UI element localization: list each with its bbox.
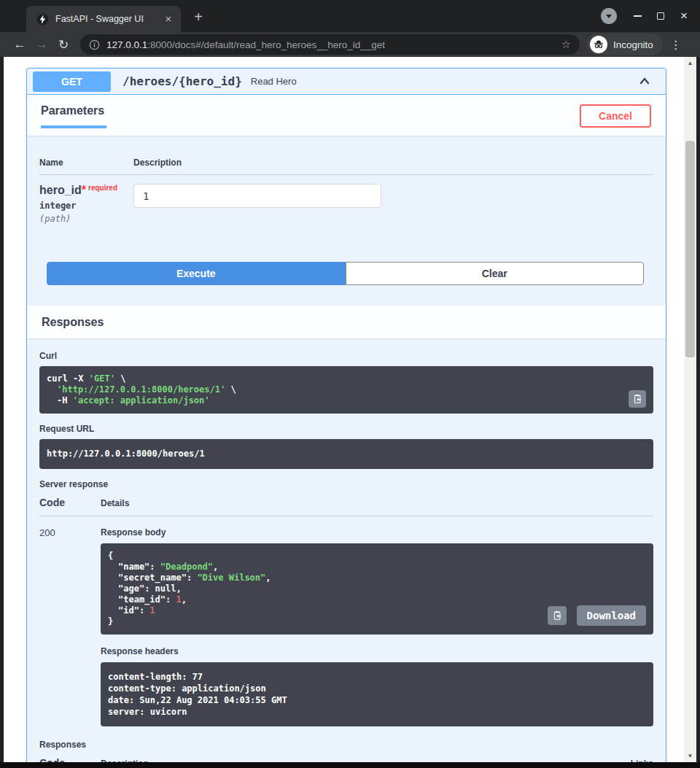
tab-close-icon[interactable]: ×: [162, 12, 175, 26]
hero-id-input[interactable]: [133, 184, 381, 208]
scrollbar[interactable]: ▲ ▼: [684, 57, 696, 762]
col-header-details: Details: [101, 498, 653, 516]
parameter-location: (path): [39, 214, 133, 224]
documented-responses-label: Responses: [39, 740, 653, 750]
copy-response-button[interactable]: [548, 606, 567, 625]
parameter-name-cell: hero_id*required integer (path): [39, 175, 133, 224]
back-button[interactable]: ←: [9, 37, 31, 52]
request-url-block: http://127.0.0.1:8000/heroes/1: [39, 439, 653, 469]
http-method-badge: GET: [33, 71, 111, 92]
url-host: 127.0.0.1: [106, 39, 147, 50]
server-response-label: Server response: [39, 479, 653, 489]
window-controls: ×: [601, 0, 696, 32]
tab-parameters[interactable]: Parameters: [41, 104, 106, 128]
response-headers-label: Response headers: [101, 646, 653, 656]
response-details-cell: Response body { "name": "Deadpond", "sec…: [101, 516, 653, 726]
minimize-icon: [634, 15, 642, 17]
response-body-actions: Download: [548, 605, 646, 626]
site-info-icon[interactable]: [89, 39, 100, 50]
maximize-icon: [657, 12, 664, 20]
tab-title: FastAPI - Swagger UI: [55, 14, 162, 24]
cancel-button[interactable]: Cancel: [580, 104, 651, 128]
col-header-name: Name: [39, 158, 133, 175]
incognito-icon: [590, 36, 607, 53]
reload-button[interactable]: ↻: [52, 37, 74, 53]
new-tab-button[interactable]: +: [188, 7, 209, 28]
clear-button[interactable]: Clear: [346, 262, 645, 285]
curl-code-block: curl -X 'GET' \ 'http://127.0.0.1:8000/h…: [39, 366, 653, 414]
parameter-name: hero_id*required: [39, 184, 133, 197]
swagger-ui: GET /heroes/{hero_id} Read Hero Paramete…: [26, 68, 666, 762]
request-url-value: http://127.0.0.1:8000/heroes/1: [47, 449, 646, 459]
download-button[interactable]: Download: [577, 605, 646, 626]
opblock-get-hero: GET /heroes/{hero_id} Read Hero Paramete…: [26, 68, 666, 762]
status-code: 200: [39, 516, 101, 726]
desktop: { "icons": { "tab_close": "×", "new_tab"…: [0, 0, 700, 768]
parameters-header: Parameters Cancel: [27, 95, 666, 136]
forward-button[interactable]: →: [31, 37, 52, 52]
endpoint-summary: Read Hero: [251, 76, 297, 87]
documented-responses-table: Code Description Links 200 No links: [39, 757, 653, 762]
collapse-chevron-up-icon[interactable]: [638, 75, 651, 88]
col-header-code2: Code: [39, 757, 101, 762]
response-body-label: Response body: [101, 527, 653, 538]
col-header-code: Code: [39, 497, 101, 516]
parameter-value-cell: [133, 175, 653, 224]
browser-titlebar: FastAPI - Swagger UI × + ×: [0, 0, 700, 32]
response-headers-block: content-length: 77 content-type: applica…: [101, 662, 653, 726]
url-bar[interactable]: 127.0.0.1:8000/docs#/default/read_hero_h…: [80, 34, 580, 55]
browser-menu-icon[interactable]: ⋮: [666, 38, 686, 52]
server-response-table: Code Details 200 Response body { "name":…: [39, 497, 653, 726]
parameters-table: Name Description hero_id*required intege…: [39, 158, 653, 224]
opblock-summary[interactable]: GET /heroes/{hero_id} Read Hero: [27, 69, 666, 95]
execute-button[interactable]: Execute: [47, 262, 346, 285]
request-url-label: Request URL: [39, 424, 653, 434]
curl-label: Curl: [39, 351, 653, 361]
responses-section-title: Responses: [27, 306, 666, 338]
close-button[interactable]: ×: [672, 0, 696, 32]
endpoint-path: /heroes/{hero_id}: [122, 74, 242, 88]
execute-wrapper: Execute Clear: [47, 262, 644, 285]
required-label: required: [86, 184, 117, 192]
browser-tab[interactable]: FastAPI - Swagger UI ×: [26, 6, 181, 32]
tab-search-icon[interactable]: [601, 8, 617, 24]
caret-down-icon: [606, 15, 612, 18]
copy-curl-button[interactable]: [629, 390, 646, 408]
scrollbar-thumb[interactable]: [685, 141, 695, 357]
bookmark-star-icon[interactable]: ☆: [561, 38, 571, 51]
url-path: :8000/docs#/default/read_hero_heroes__he…: [147, 39, 385, 50]
responses-area: Curl curl -X 'GET' \ 'http://127.0.0.1:8…: [27, 338, 666, 762]
incognito-label: Incognito: [613, 39, 653, 50]
scroll-down-icon[interactable]: ▼: [684, 750, 696, 762]
browser-toolbar: ← → ↻ 127.0.0.1:8000/docs#/default/read_…: [0, 32, 700, 57]
incognito-badge: Incognito: [587, 34, 663, 55]
col-header-description: Description: [133, 158, 653, 175]
fastapi-favicon-icon: [36, 13, 49, 26]
parameter-type: integer: [39, 201, 133, 211]
parameters-area: Name Description hero_id*required intege…: [27, 136, 666, 306]
scroll-up-icon[interactable]: ▲: [684, 57, 696, 69]
maximize-button[interactable]: [649, 0, 672, 32]
page-content: GET /heroes/{hero_id} Read Hero Paramete…: [4, 57, 696, 762]
window-bottom-frame: [0, 762, 700, 768]
minimize-button[interactable]: [626, 0, 649, 32]
response-body-block: { "name": "Deadpond", "secret_name": "Di…: [101, 543, 653, 635]
